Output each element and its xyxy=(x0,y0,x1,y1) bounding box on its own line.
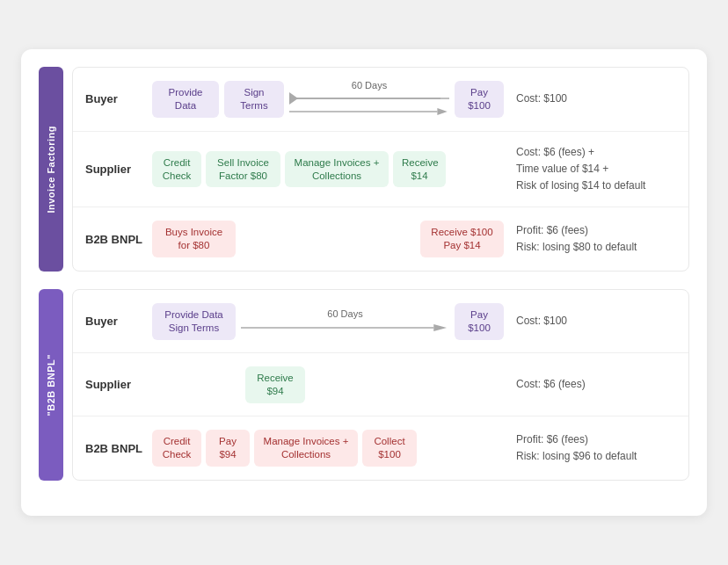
buyer-label-1: Buyer xyxy=(82,92,152,105)
supplier-steps-1: CreditCheck Sell InvoiceFactor $80 Manag… xyxy=(152,151,504,188)
arrow-line-svg-2 xyxy=(241,321,449,335)
buyer-row-1: Buyer ProvideData SignTerms 60 Days xyxy=(73,68,688,132)
supplier-cost-1: Cost: $6 (fees) +Time value of $14 +Risk… xyxy=(504,144,680,195)
arrow-1: 60 Days xyxy=(289,80,449,119)
buyer-steps-1: ProvideData SignTerms 60 Days xyxy=(152,80,504,119)
section-label-b2b-bnpl: "B2B BNPL" xyxy=(39,289,63,481)
svg-marker-6 xyxy=(433,324,447,331)
supplier-row-2: Supplier Receive$94 Cost: $6 (fees) xyxy=(73,353,688,417)
step-sell-invoice-1: Sell InvoiceFactor $80 xyxy=(206,151,280,188)
b2b-bnpl-label-1: B2B BNPL xyxy=(82,233,152,246)
step-sign-terms-1: SignTerms xyxy=(224,81,284,118)
step-manage-invoices-2: Manage Invoices +Collections xyxy=(254,430,358,467)
supplier-row-1: Supplier CreditCheck Sell InvoiceFactor … xyxy=(73,132,688,208)
buyer-cost-1: Cost: $100 xyxy=(504,91,680,107)
supplier-steps-2: Receive$94 xyxy=(152,366,504,403)
section-label-invoice-factoring: Invoice Factoring xyxy=(39,67,63,272)
buyer-steps-2: Provide DataSign Terms 60 Days Pay$100 xyxy=(152,303,504,340)
step-manage-invoices-1: Manage Invoices +Collections xyxy=(285,151,389,188)
buyer-label-2: Buyer xyxy=(82,315,152,328)
arrow-label-1: 60 Days xyxy=(352,80,387,91)
step-credit-check-2: CreditCheck xyxy=(152,430,201,467)
arrow-2: 60 Days xyxy=(241,308,449,335)
supplier-label-1: Supplier xyxy=(82,163,152,176)
arrow-line-svg-1 xyxy=(289,105,449,119)
b2b-bnpl-label-2: B2B BNPL xyxy=(82,442,152,455)
step-pay-100-1: Pay$100 xyxy=(455,81,504,118)
b2b-bnpl-cost-1: Profit: $6 (fees)Risk: losing $80 to def… xyxy=(504,222,680,256)
b2b-bnpl-content: Buyer Provide DataSign Terms 60 Days Pay… xyxy=(72,289,689,481)
supplier-cost-2: Cost: $6 (fees) xyxy=(504,376,680,393)
b2b-bnpl-steps-2: CreditCheck Pay$94 Manage Invoices +Coll… xyxy=(152,430,504,467)
b2b-bnpl-section: "B2B BNPL" Buyer Provide DataSign Terms … xyxy=(39,289,689,481)
step-credit-check-1: CreditCheck xyxy=(152,151,201,188)
invoice-factoring-section: Invoice Factoring Buyer ProvideData Sign… xyxy=(39,67,689,272)
b2b-bnpl-row-2: B2B BNPL CreditCheck Pay$94 Manage Invoi… xyxy=(73,417,688,480)
svg-marker-4 xyxy=(437,108,447,115)
main-container: Invoice Factoring Buyer ProvideData Sign… xyxy=(21,49,707,517)
b2b-bnpl-row-1: B2B BNPL Buys Invoicefor $80 Receive $10… xyxy=(73,207,688,271)
step-receive-14-1: Receive$14 xyxy=(393,151,446,188)
step-buys-invoice-1: Buys Invoicefor $80 xyxy=(152,221,236,257)
arrow-label-2: 60 Days xyxy=(327,308,362,319)
b2b-bnpl-steps-1: Buys Invoicefor $80 Receive $100Pay $14 xyxy=(152,221,504,257)
step-collect-100-2: Collect$100 xyxy=(362,430,417,467)
step-receive-pay-1: Receive $100Pay $14 xyxy=(420,221,504,257)
invoice-factoring-content: Buyer ProvideData SignTerms 60 Days xyxy=(72,67,689,272)
step-receive-94-2: Receive$94 xyxy=(245,366,305,403)
step-pay-100-2: Pay$100 xyxy=(455,303,504,340)
step-provide-sign-2: Provide DataSign Terms xyxy=(152,303,236,340)
arrow-svg-1 xyxy=(289,92,449,105)
buyer-cost-2: Cost: $100 xyxy=(504,313,680,330)
supplier-label-2: Supplier xyxy=(82,378,152,391)
b2b-bnpl-cost-2: Profit: $6 (fees)Risk: losing $96 to def… xyxy=(504,431,680,465)
buyer-row-2: Buyer Provide DataSign Terms 60 Days Pay… xyxy=(73,290,688,353)
step-provide-data-1: ProvideData xyxy=(152,81,219,118)
step-pay-94-2: Pay$94 xyxy=(206,430,250,467)
